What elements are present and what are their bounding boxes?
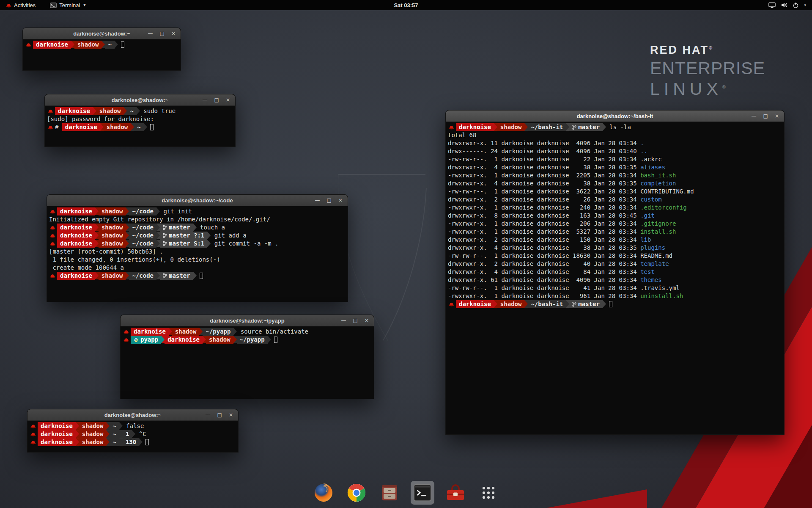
terminal-window-home-1[interactable]: darknoise@shadow:~—□×darknoiseshadow~ xyxy=(22,28,181,71)
redhat-prompt-icon xyxy=(49,207,57,215)
top-bar: Activities Terminal ▼ Sat 03:57 ▾ xyxy=(0,0,812,10)
terminal-cursor xyxy=(609,301,612,307)
terminal-body[interactable]: darknoiseshadow~ falsedarknoiseshadow~1 … xyxy=(27,421,238,452)
clock[interactable]: Sat 03:57 xyxy=(394,2,418,8)
powerline-separator-icon xyxy=(161,336,165,343)
terminal-body[interactable]: darknoiseshadow~/code git initInitialize… xyxy=(47,206,348,302)
desktop: RED HAT® ENTERPRISE LINUX® darknoise@sha… xyxy=(0,0,812,508)
window-titlebar[interactable]: darknoise@shadow:~/pyapp—□× xyxy=(121,315,374,326)
maximize-button[interactable]: □ xyxy=(353,315,358,326)
window-titlebar[interactable]: darknoise@shadow:~/bash-it—□× xyxy=(446,110,784,122)
window-titlebar[interactable]: darknoise@shadow:~/code—□× xyxy=(47,195,348,206)
powerline-separator-icon xyxy=(102,41,105,48)
maximize-button[interactable]: □ xyxy=(160,28,165,39)
dock-toolbox-icon[interactable] xyxy=(444,481,467,505)
close-button[interactable]: × xyxy=(365,315,369,326)
terminal-text: bash_it.sh xyxy=(640,171,676,179)
terminal-text: # xyxy=(55,123,62,131)
prompt-segment-host: shadow xyxy=(99,232,126,240)
terminal-text: completion xyxy=(640,179,676,188)
powerline-separator-icon xyxy=(126,232,129,239)
system-status-area[interactable]: ▾ xyxy=(768,2,809,8)
terminal-body[interactable]: darknoiseshadow~/bash-itmaster ls -latot… xyxy=(446,122,784,434)
minimize-button[interactable]: — xyxy=(341,315,346,326)
window-titlebar[interactable]: darknoise@shadow:~—□× xyxy=(27,409,238,421)
terminal-window-sudo[interactable]: darknoise@shadow:~—□×darknoiseshadow~ su… xyxy=(44,94,236,147)
terminal-window-home-2[interactable]: darknoise@shadow:~—□×darknoiseshadow~ fa… xyxy=(27,409,239,453)
powerline-separator-icon xyxy=(139,438,143,446)
redhat-prompt-icon xyxy=(49,224,57,232)
powerline-separator-icon xyxy=(106,422,110,430)
close-button[interactable]: × xyxy=(338,195,343,206)
close-button[interactable]: × xyxy=(171,28,176,39)
terminal-text: git commit -a -m . xyxy=(211,240,278,248)
prompt-segment-user: darknoise xyxy=(57,224,95,232)
terminal-text: drwxrwxr-x. 4 darknoise darknoise 38 Jan… xyxy=(448,163,640,171)
redhat-prompt-icon xyxy=(47,107,55,115)
powerline-separator-icon xyxy=(193,272,197,279)
maximize-button[interactable]: □ xyxy=(214,94,219,105)
prompt-segment-user: darknoise xyxy=(131,328,169,336)
dock-chrome-icon[interactable] xyxy=(345,481,368,505)
terminal-window-pyapp[interactable]: darknoise@shadow:~/pyapp—□×darknoiseshad… xyxy=(120,315,374,399)
terminal-text: [sudo] password for darknoise: xyxy=(47,115,157,123)
powerline-separator-icon xyxy=(233,328,237,335)
prompt-segment-path: ~ xyxy=(134,123,143,131)
powerline-separator-icon xyxy=(119,430,123,438)
powerline-separator-icon xyxy=(93,107,96,115)
minimize-button[interactable]: — xyxy=(203,94,208,105)
window-controls: —□× xyxy=(206,409,238,420)
prompt-segment-host: shadow xyxy=(99,272,126,280)
terminal-body[interactable]: darknoiseshadow~ sudo true[sudo] passwor… xyxy=(45,106,235,146)
terminal-cursor xyxy=(121,41,124,48)
powerline-separator-icon xyxy=(76,422,79,430)
branch-icon xyxy=(163,233,167,238)
app-menu[interactable]: Terminal ▼ xyxy=(47,0,90,10)
activities-button[interactable]: Activities xyxy=(3,0,39,10)
branch-icon xyxy=(163,225,167,230)
prompt-segment-host: shadow xyxy=(74,41,102,49)
redhat-prompt-icon xyxy=(49,272,57,280)
maximize-button[interactable]: □ xyxy=(217,409,222,420)
terminal-line: -rwxrwxr-x. 1 darknoise darknoise 240 Ja… xyxy=(448,204,782,212)
terminal-line: -rw-rw-r--. 1 darknoise darknoise 18630 … xyxy=(448,252,782,260)
terminal-body[interactable]: darknoiseshadow~/pyapp source bin/activa… xyxy=(121,326,374,399)
dock-app-grid-icon[interactable] xyxy=(477,481,500,505)
maximize-button[interactable]: □ xyxy=(763,110,768,121)
terminal-window-bash-it[interactable]: darknoise@shadow:~/bash-it—□×darknoisesh… xyxy=(445,110,785,435)
prompt-segment-git: master xyxy=(569,123,603,131)
prompt-segment-host: shadow xyxy=(206,336,233,344)
minimize-button[interactable]: — xyxy=(206,409,211,420)
terminal-line: darknoiseshadow~/code git init xyxy=(49,207,346,215)
prompt-segment-path: ~ xyxy=(110,438,119,446)
dock-files-icon[interactable] xyxy=(378,481,401,505)
maximize-button[interactable]: □ xyxy=(327,195,332,206)
close-button[interactable]: × xyxy=(226,94,230,105)
python-icon xyxy=(134,337,139,342)
powerline-separator-icon xyxy=(603,123,606,131)
close-button[interactable]: × xyxy=(229,409,233,420)
terminal-line: drwxrwxr-x. 4 darknoise darknoise 84 Jan… xyxy=(448,268,782,276)
dock-terminal-icon[interactable] xyxy=(411,481,434,505)
redhat-prompt-icon xyxy=(448,300,456,308)
terminal-line: -rw-rw-r--. 1 darknoise darknoise 22 Jan… xyxy=(448,155,782,163)
powerline-separator-icon xyxy=(119,422,123,430)
minimize-button[interactable]: — xyxy=(752,110,757,121)
terminal-text: ls -la xyxy=(606,123,631,131)
dock-firefox-icon[interactable] xyxy=(312,481,335,505)
prompt-segment-path: ~/code xyxy=(129,272,156,280)
prompt-segment-path: ~/pyapp xyxy=(203,328,233,336)
window-titlebar[interactable]: darknoise@shadow:~—□× xyxy=(23,28,181,39)
terminal-window-code[interactable]: darknoise@shadow:~/code—□×darknoiseshado… xyxy=(47,194,348,302)
powerline-separator-icon xyxy=(126,224,129,231)
window-titlebar[interactable]: darknoise@shadow:~—□× xyxy=(45,94,235,106)
minimize-button[interactable]: — xyxy=(148,28,153,39)
terminal-text: .git xyxy=(640,212,655,220)
close-button[interactable]: × xyxy=(775,110,779,121)
terminal-body[interactable]: darknoiseshadow~ xyxy=(23,39,181,70)
terminal-line: [master (root-commit) 50bcb63] . xyxy=(49,248,346,256)
minimize-button[interactable]: — xyxy=(315,195,320,206)
prompt-segment-user: darknoise xyxy=(33,41,71,49)
terminal-text: ^C xyxy=(135,430,146,438)
terminal-line: drwxrwxr-x. 4 darknoise darknoise 38 Jan… xyxy=(448,179,782,188)
